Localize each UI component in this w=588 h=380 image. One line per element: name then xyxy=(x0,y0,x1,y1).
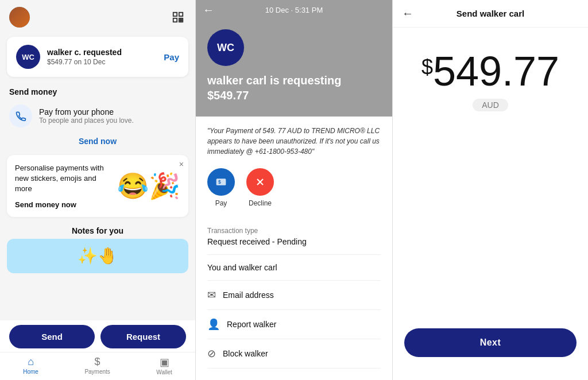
svg-rect-3 xyxy=(179,18,181,20)
currency-symbol: $ xyxy=(421,55,433,79)
promo-cta[interactable]: Send money now xyxy=(15,200,113,209)
decline-button[interactable] xyxy=(246,168,274,196)
send-option-sub: To people and places you love. xyxy=(39,117,134,125)
promo-title: Personalise payments with new stickers, … xyxy=(15,163,113,195)
pay-button[interactable]: $ xyxy=(207,168,235,196)
wc-avatar-large: WC xyxy=(207,29,244,66)
requester-name: walker c. requested xyxy=(47,48,164,57)
promo-emoji: 😂🎉 xyxy=(117,171,180,201)
decline-item: Decline xyxy=(246,168,274,207)
tab-wallet-label: Wallet xyxy=(156,369,172,375)
request-info: walker c. requested $549.77 on 10 Dec xyxy=(47,48,164,66)
contact-avatar: WC xyxy=(16,45,40,69)
promo-text: Personalise payments with new stickers, … xyxy=(15,163,113,209)
transaction-type-row: Transaction type Request received - Pend… xyxy=(207,219,381,255)
email-row[interactable]: ✉ Email address xyxy=(207,281,381,310)
right-body: $ 549.77 AUD xyxy=(393,28,588,380)
left-header xyxy=(0,0,195,32)
wallet-icon: ▣ xyxy=(160,356,169,369)
email-icon: ✉ xyxy=(207,289,216,301)
tab-payments-label: Payments xyxy=(84,369,110,375)
report-icon: 👤 xyxy=(207,318,220,331)
scam-warning: "Your Payment of 549. 77 AUD to TREND MI… xyxy=(207,126,381,157)
send-now-link[interactable]: Send now xyxy=(0,132,195,150)
transaction-type-label: Transaction type xyxy=(207,227,381,235)
payments-icon: $ xyxy=(95,356,100,368)
transaction-type-value: Request received - Pending xyxy=(207,237,381,246)
block-label: Block walker xyxy=(223,349,268,358)
send-option-text: Pay from your phone To people and places… xyxy=(39,107,134,125)
send-money-label: Send money xyxy=(0,82,195,100)
notes-banner: ✨🤚 xyxy=(7,239,188,273)
action-buttons: Send Request xyxy=(0,320,195,352)
panel-left: WC walker c. requested $549.77 on 10 Dec… xyxy=(0,0,195,380)
tab-wallet[interactable]: ▣ Wallet xyxy=(149,355,179,377)
svg-rect-4 xyxy=(181,18,183,20)
mid-top-bar: ← 10 Dec · 5:31 PM xyxy=(196,0,392,20)
decline-label: Decline xyxy=(249,199,272,207)
block-row[interactable]: ⊘ Block walker xyxy=(207,339,381,369)
report-label: Report walker xyxy=(227,320,276,329)
send-option: Pay from your phone To people and places… xyxy=(0,100,195,132)
pay-label: Pay xyxy=(215,199,227,207)
svg-rect-5 xyxy=(179,21,181,22)
pay-decline-row: $ Pay Decline xyxy=(207,168,381,207)
user-avatar[interactable] xyxy=(9,7,30,28)
block-icon: ⊘ xyxy=(207,347,216,360)
tab-home[interactable]: ⌂ Home xyxy=(16,355,45,377)
send-button[interactable]: Send xyxy=(9,325,95,348)
request-amount-date: $549.77 on 10 Dec xyxy=(47,58,164,66)
bottom-bar: Send Request ⌂ Home $ Payments ▣ Wallet xyxy=(0,320,195,380)
mid-body: "Your Payment of 549. 77 AUD to TREND MI… xyxy=(196,117,392,378)
request-card: WC walker c. requested $549.77 on 10 Dec… xyxy=(7,37,188,77)
svg-rect-7 xyxy=(216,179,226,185)
svg-rect-6 xyxy=(181,21,183,22)
tab-bar: ⌂ Home $ Payments ▣ Wallet xyxy=(0,352,195,378)
requesting-title: walker carl is requesting $549.77 xyxy=(207,73,341,103)
panel-mid: ← 10 Dec · 5:31 PM WC walker carl is req… xyxy=(195,0,393,380)
tab-home-label: Home xyxy=(23,369,38,375)
request-button[interactable]: Request xyxy=(100,325,186,348)
mid-back-button[interactable]: ← xyxy=(203,3,214,17)
mid-date-time: 10 Dec · 5:31 PM xyxy=(265,6,323,14)
svg-rect-0 xyxy=(173,13,177,16)
right-top-bar: ← Send walker carl xyxy=(393,0,588,28)
next-btn-container: Next xyxy=(404,328,577,357)
promo-close-button[interactable]: × xyxy=(179,160,184,169)
you-and-row: You and walker carl xyxy=(207,255,381,281)
svg-text:$: $ xyxy=(218,179,221,185)
pay-item: $ Pay xyxy=(207,168,235,207)
svg-rect-2 xyxy=(173,18,177,22)
email-label: Email address xyxy=(223,290,274,300)
report-row[interactable]: 👤 Report walker xyxy=(207,310,381,339)
currency-code: AUD xyxy=(473,99,508,111)
right-title: Send walker carl xyxy=(457,9,524,18)
send-phone-icon xyxy=(9,104,32,127)
pay-inline-button[interactable]: Pay xyxy=(164,52,179,62)
next-button[interactable]: Next xyxy=(404,328,577,357)
mid-content: WC walker carl is requesting $549.77 "Yo… xyxy=(196,20,392,380)
right-back-button[interactable]: ← xyxy=(402,7,413,20)
tab-payments[interactable]: $ Payments xyxy=(78,355,117,377)
svg-rect-1 xyxy=(179,13,183,16)
mid-header-section: WC walker carl is requesting $549.77 xyxy=(196,20,392,117)
you-and-label: You and walker carl xyxy=(207,263,381,272)
amount-display: $ 549.77 xyxy=(421,51,559,92)
send-option-title: Pay from your phone xyxy=(39,107,134,117)
notes-label: Notes for you xyxy=(0,222,195,239)
panel-right: ← Send walker carl $ 549.77 AUD Next xyxy=(393,0,588,380)
home-icon: ⌂ xyxy=(28,356,34,368)
amount-value: 549.77 xyxy=(433,51,559,92)
promo-card: Personalise payments with new stickers, … xyxy=(7,155,188,217)
qr-icon[interactable] xyxy=(170,9,186,25)
